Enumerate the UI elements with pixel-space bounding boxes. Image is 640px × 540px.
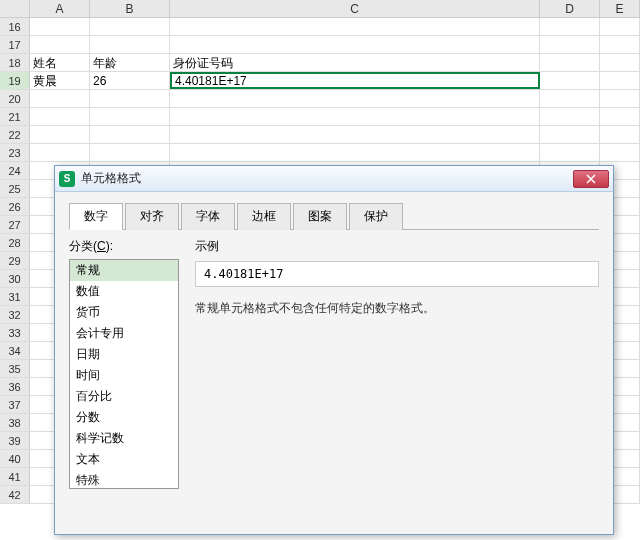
tab-3[interactable]: 边框: [237, 203, 291, 230]
cell-B20[interactable]: [90, 90, 170, 107]
cell-D23[interactable]: [540, 144, 600, 161]
dialog-body: 数字对齐字体边框图案保护 分类(C): 常规数值货币会计专用日期时间百分比分数科…: [55, 192, 613, 499]
tab-4[interactable]: 图案: [293, 203, 347, 230]
row-header[interactable]: 30: [0, 270, 30, 287]
cell-E22[interactable]: [600, 126, 640, 143]
cell-C18[interactable]: 身份证号码: [170, 54, 540, 71]
col-header-A[interactable]: A: [30, 0, 90, 17]
cell-E18[interactable]: [600, 54, 640, 71]
cell-E23[interactable]: [600, 144, 640, 161]
dialog-titlebar[interactable]: S 单元格格式: [55, 166, 613, 192]
tab-1[interactable]: 对齐: [125, 203, 179, 230]
category-item[interactable]: 常规: [70, 260, 178, 281]
category-item[interactable]: 分数: [70, 407, 178, 428]
cell-B21[interactable]: [90, 108, 170, 125]
row-header[interactable]: 28: [0, 234, 30, 251]
cell-B16[interactable]: [90, 18, 170, 35]
cell-D18[interactable]: [540, 54, 600, 71]
tab-5[interactable]: 保护: [349, 203, 403, 230]
cell-E21[interactable]: [600, 108, 640, 125]
row-header[interactable]: 38: [0, 414, 30, 431]
cell-C21[interactable]: [170, 108, 540, 125]
category-list[interactable]: 常规数值货币会计专用日期时间百分比分数科学记数文本特殊自定义: [69, 259, 179, 489]
cell-D22[interactable]: [540, 126, 600, 143]
tab-0[interactable]: 数字: [69, 203, 123, 230]
row-header[interactable]: 27: [0, 216, 30, 233]
cell-C19[interactable]: 4.40181E+17: [170, 72, 540, 89]
cell-B19[interactable]: 26: [90, 72, 170, 89]
row-header[interactable]: 41: [0, 468, 30, 485]
cell-D20[interactable]: [540, 90, 600, 107]
cell-B18[interactable]: 年龄: [90, 54, 170, 71]
cell-A19[interactable]: 黄晨: [30, 72, 90, 89]
category-item[interactable]: 数值: [70, 281, 178, 302]
cell-D17[interactable]: [540, 36, 600, 53]
category-item[interactable]: 科学记数: [70, 428, 178, 449]
cell-C22[interactable]: [170, 126, 540, 143]
cell-D21[interactable]: [540, 108, 600, 125]
row-header[interactable]: 22: [0, 126, 30, 143]
row-header[interactable]: 37: [0, 396, 30, 413]
row-header[interactable]: 29: [0, 252, 30, 269]
cell-C16[interactable]: [170, 18, 540, 35]
cell-A16[interactable]: [30, 18, 90, 35]
row-header[interactable]: 31: [0, 288, 30, 305]
cell-A18[interactable]: 姓名: [30, 54, 90, 71]
cell-C17[interactable]: [170, 36, 540, 53]
grid-row: 16: [0, 18, 640, 36]
row-header[interactable]: 17: [0, 36, 30, 53]
row-header[interactable]: 35: [0, 360, 30, 377]
row-header[interactable]: 25: [0, 180, 30, 197]
row-header[interactable]: 18: [0, 54, 30, 71]
category-item[interactable]: 日期: [70, 344, 178, 365]
col-header-E[interactable]: E: [600, 0, 640, 17]
cell-A23[interactable]: [30, 144, 90, 161]
row-header[interactable]: 34: [0, 342, 30, 359]
cell-A20[interactable]: [30, 90, 90, 107]
cell-A17[interactable]: [30, 36, 90, 53]
cell-A22[interactable]: [30, 126, 90, 143]
app-icon: S: [59, 171, 75, 187]
row-header[interactable]: 32: [0, 306, 30, 323]
select-all-corner[interactable]: [0, 0, 30, 17]
cell-D19[interactable]: [540, 72, 600, 89]
row-header[interactable]: 21: [0, 108, 30, 125]
cell-E19[interactable]: [600, 72, 640, 89]
cell-B22[interactable]: [90, 126, 170, 143]
cell-B17[interactable]: [90, 36, 170, 53]
tab-2[interactable]: 字体: [181, 203, 235, 230]
row-header[interactable]: 33: [0, 324, 30, 341]
row-header[interactable]: 16: [0, 18, 30, 35]
cell-B23[interactable]: [90, 144, 170, 161]
col-header-D[interactable]: D: [540, 0, 600, 17]
row-header[interactable]: 42: [0, 486, 30, 503]
cell-A21[interactable]: [30, 108, 90, 125]
cell-E16[interactable]: [600, 18, 640, 35]
row-header[interactable]: 20: [0, 90, 30, 107]
row-header[interactable]: 26: [0, 198, 30, 215]
category-label: 分类(C):: [69, 238, 179, 255]
cell-E20[interactable]: [600, 90, 640, 107]
cell-D16[interactable]: [540, 18, 600, 35]
close-button[interactable]: [573, 170, 609, 188]
category-item[interactable]: 时间: [70, 365, 178, 386]
row-header[interactable]: 19: [0, 72, 30, 89]
row-header[interactable]: 36: [0, 378, 30, 395]
category-item[interactable]: 特殊: [70, 470, 178, 489]
col-header-B[interactable]: B: [90, 0, 170, 17]
cell-C20[interactable]: [170, 90, 540, 107]
category-item[interactable]: 文本: [70, 449, 178, 470]
format-description: 常规单元格格式不包含任何特定的数字格式。: [195, 299, 599, 318]
grid-row: 17: [0, 36, 640, 54]
cell-E17[interactable]: [600, 36, 640, 53]
cell-C23[interactable]: [170, 144, 540, 161]
row-header[interactable]: 24: [0, 162, 30, 179]
row-header[interactable]: 39: [0, 432, 30, 449]
row-header[interactable]: 23: [0, 144, 30, 161]
col-header-C[interactable]: C: [170, 0, 540, 17]
category-item[interactable]: 会计专用: [70, 323, 178, 344]
category-item[interactable]: 货币: [70, 302, 178, 323]
tabs: 数字对齐字体边框图案保护: [69, 202, 599, 230]
row-header[interactable]: 40: [0, 450, 30, 467]
category-item[interactable]: 百分比: [70, 386, 178, 407]
